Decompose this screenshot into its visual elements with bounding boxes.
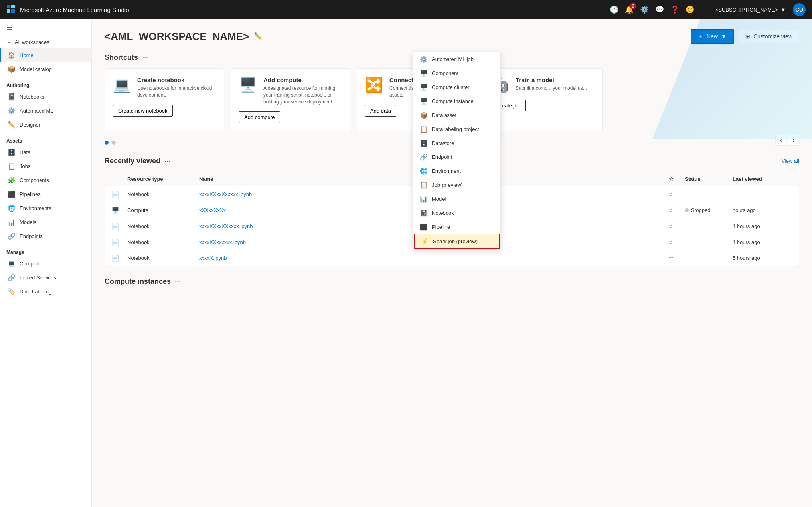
sidebar-item-notebooks[interactable]: 📓 Notebooks [0,90,91,104]
compute-instances-title: Compute instances [105,277,171,286]
dropdown-item-data-labeling-project-label: Data labeling project [432,126,479,132]
sidebar-item-environments-label: Environments [20,205,51,211]
sidebar-item-model-catalog[interactable]: 📦 Model catalog [0,62,91,76]
dropdown-item-compute-cluster[interactable]: 🖥️ Compute cluster [413,80,500,94]
feedback-icon[interactable]: 💬 [655,5,664,14]
hamburger-menu[interactable]: ☰ [0,22,91,36]
add-compute-button[interactable]: Add compute [239,111,280,123]
compute-instances-more-button[interactable]: ··· [175,277,181,286]
sidebar-item-data-labeling[interactable]: 🏷️ Data Labeling [0,285,91,299]
sidebar-item-endpoints[interactable]: 🔗 Endpoints [0,229,91,243]
row3-resource-type: Notebook [127,223,199,229]
sidebar-item-compute[interactable]: 💻 Compute [0,257,91,271]
sidebar-item-data[interactable]: 🗄️ Data [0,145,91,159]
back-to-workspaces[interactable]: ← All workspaces [0,36,91,48]
sidebar-item-designer[interactable]: ✏️ Designer [0,118,91,132]
sidebar-item-linked-services[interactable]: 🔗 Linked Services [0,271,91,285]
notification-icon[interactable]: 🔔 2 [625,5,634,14]
subscription-selector[interactable]: <SUBSCRIPTION_NAME> ▼ [715,7,786,13]
row2-icon: 🖥️ [111,206,127,214]
settings-icon[interactable]: ⚙️ [640,5,649,14]
shortcut-card-compute[interactable]: 🖥️ Add compute A designated resource for… [231,68,350,131]
history-icon[interactable]: 🕐 [610,5,618,14]
row5-resource-type: Notebook [127,255,199,261]
dropdown-item-component[interactable]: 🖥️ Component [413,66,500,80]
dropdown-item-spark-job-preview[interactable]: ⚡ Spark job (preview) [414,234,500,249]
app-title: Microsoft Azure Machine Learning Studio [20,6,129,13]
dropdown-item-model[interactable]: 📊 Model [413,192,500,206]
app-icon [6,4,15,15]
recently-viewed-more-button[interactable]: ··· [164,157,170,165]
dropdown-item-endpoint[interactable]: 🔗 Endpoint [413,150,500,164]
sidebar: ☰ ← All workspaces 🏠 Home 📦 Model catalo… [0,19,92,507]
dropdown-item-compute-instance[interactable]: 🖥️ Compute instance [413,94,500,108]
spark-job-icon: ⚡ [421,238,429,245]
sidebar-item-pipelines[interactable]: ⬛ Pipelines [0,187,91,201]
row3-star[interactable]: ☆ [669,223,685,229]
compute-cluster-icon: 🖥️ [420,83,428,91]
row3-name-link[interactable]: xxxxXXxxXXxxxx.ipynb [199,223,253,229]
dropdown-item-automated-ml-job[interactable]: ⚙️ Automated ML job [413,52,500,66]
environment-icon: 🌐 [420,167,428,175]
nav-separator [705,5,705,14]
smiley-icon[interactable]: 🙂 [686,5,694,14]
carousel-dot-2[interactable] [112,141,116,145]
sidebar-item-components[interactable]: 🧩 Components [0,173,91,187]
row4-star[interactable]: ☆ [669,239,685,245]
row1-star[interactable]: ☆ [669,191,685,197]
sidebar-item-components-label: Components [20,177,49,183]
user-avatar[interactable]: CU [793,3,806,16]
component-icon: 🖥️ [420,69,428,77]
compute-card-title: Add compute [263,77,342,83]
row2-name-link[interactable]: xXXxxXxXx [199,207,226,213]
sidebar-item-home[interactable]: 🏠 Home [0,48,91,62]
designer-icon: ✏️ [8,121,16,129]
row2-star[interactable]: ☆ [669,207,685,213]
row1-name-link[interactable]: xxxxXXxxXxxxxx.ipynb [199,191,252,197]
svg-rect-1 [11,5,15,8]
components-icon: 🧩 [8,176,16,184]
row2-status-label: Stopped [691,207,710,213]
row1-icon: 📄 [111,190,127,198]
top-navigation: Microsoft Azure Machine Learning Studio … [0,0,812,19]
dropdown-item-data-labeling-project[interactable]: 📋 Data labeling project [413,122,500,136]
sidebar-item-designer-label: Designer [20,122,40,128]
row2-status: Stopped [685,207,733,213]
row5-star[interactable]: ☆ [669,255,685,261]
dropdown-item-data-asset[interactable]: 📦 Data asset [413,108,500,122]
row4-name-link[interactable]: xxxxXXxxxxxx.ipynb [199,239,246,245]
shortcut-card-train[interactable]: 🤖 Train a model Submit a comp... your mo… [483,68,603,131]
sidebar-item-pipelines-label: Pipelines [20,191,41,197]
dropdown-item-environment[interactable]: 🌐 Environment [413,164,500,178]
shortcuts-more-button[interactable]: ··· [142,53,148,62]
sidebar-item-environments[interactable]: 🌐 Environments [0,201,91,215]
pipelines-icon: ⬛ [8,190,16,198]
data-labeling-icon: 🏷️ [8,288,16,295]
dropdown-item-notebook[interactable]: 📓 Notebook [413,206,500,220]
create-notebook-button[interactable]: Create new notebook [113,105,173,117]
authoring-section-label: Authoring [0,76,91,90]
data-labeling-project-icon: 📋 [420,125,428,133]
dropdown-item-model-label: Model [432,196,446,202]
add-data-button[interactable]: Add data [365,105,396,117]
carousel-dot-1[interactable] [105,141,109,145]
models-icon: 📊 [8,218,16,226]
back-arrow-icon: ← [6,39,12,45]
dropdown-item-pipeline[interactable]: ⬛ Pipeline [413,220,500,234]
sidebar-item-jobs[interactable]: 📋 Jobs [0,159,91,173]
svg-rect-0 [7,5,10,8]
compute-shortcut-icon: 🖥️ [239,77,257,93]
status-dot-icon [685,208,689,212]
shortcut-card-notebook[interactable]: 💻 Create notebook Use notebooks for inte… [105,68,224,131]
help-icon[interactable]: ❓ [670,5,679,14]
dropdown-item-datastore[interactable]: 🗄️ Datastore [413,136,500,150]
sidebar-item-automated-ml[interactable]: ⚙️ Automated ML [0,104,91,118]
sidebar-item-models[interactable]: 📊 Models [0,215,91,229]
edit-workspace-icon[interactable]: ✏️ [254,32,263,41]
view-all-link[interactable]: View all [781,158,799,164]
dropdown-item-job-preview[interactable]: 📋 Job (preview) [413,178,500,192]
endpoints-icon: 🔗 [8,232,16,240]
col-last-viewed-header: Last viewed [733,176,792,182]
row5-name-link[interactable]: xxxxX.ipynb [199,255,227,261]
compute-card-description: A designated resource for running your t… [263,85,342,105]
